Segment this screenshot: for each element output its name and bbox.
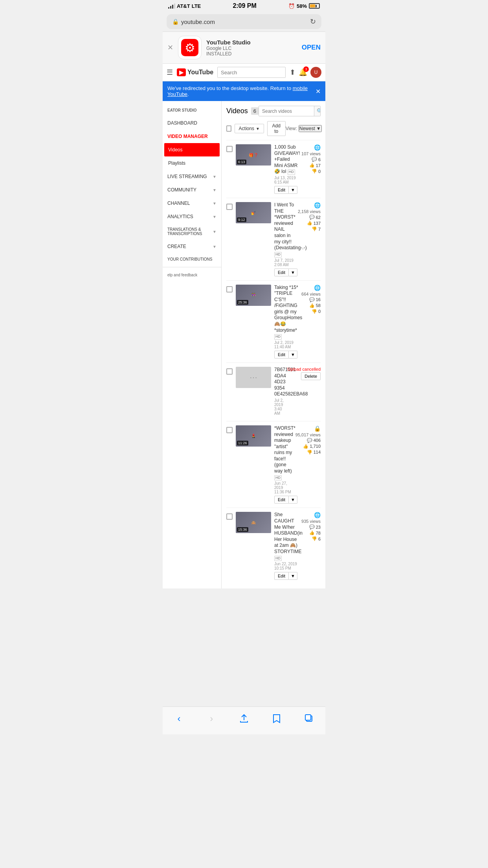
app-icon: ⚙ [178,36,202,59]
select-all-checkbox[interactable] [226,125,231,132]
svg-rect-1 [305,715,311,720]
video-checkbox[interactable] [226,368,233,375]
back-button[interactable]: ‹ [169,711,189,726]
video-title: Taking *15* "TRIPLE C'S"!! /FiGHTiNG gir… [274,285,298,340]
duration-badge: 9:12 [237,217,246,222]
comment-count: 406 [314,438,321,443]
video-date: Jun 22, 2019 10:15 PM [274,562,298,570]
sidebar-item-create[interactable]: CREATE ▼ [163,240,221,253]
search-videos-input[interactable] [259,107,314,116]
hamburger-menu-icon[interactable]: ☰ [167,68,173,77]
table-row: ⋯ 7B671591 4DA4 4D23 9354 0E42582EBA68 J… [226,362,321,421]
edit-dropdown-button[interactable]: ▼ [289,186,297,194]
sidebar-item-community[interactable]: COMMUNITY ▼ [163,183,221,197]
open-app-button[interactable]: OPEN [302,44,321,51]
edit-button[interactable]: Edit [274,496,289,504]
view-sort: View: Newest ▼ [286,125,322,132]
edit-dropdown-button[interactable]: ▼ [289,268,297,276]
thumbs-down-icon: 👎 [312,309,317,314]
youtube-logo[interactable]: ▶ YouTube [177,68,213,76]
forward-button[interactable]: › [202,711,221,726]
thumbs-up-icon: 👍 [309,303,315,308]
sidebar-item-live-streaming[interactable]: LIVE STREAMING ▼ [163,170,221,183]
like-count: 78 [316,531,321,535]
video-checkbox[interactable] [226,286,233,292]
visibility-icon: 🌐 [314,512,321,518]
url-text: youtube.com [181,18,215,25]
dislike-count: 7 [318,227,321,232]
delete-button[interactable]: Delete [301,372,321,380]
sidebar-item-videos[interactable]: Videos [164,143,220,156]
search-videos-icon[interactable]: 🔍 [314,106,321,116]
video-info: She CAUGHT Me W/her HUSBAND(in Her House… [274,512,298,580]
video-title: 1,000 Sub GIVEAWAY! +Failed Mini ASMR 🤣 … [274,144,298,175]
video-date: Jul 2, 2019 3:40 AM [274,398,284,416]
carrier-label: AT&T [177,3,190,9]
comment-stat: 💬 6 [312,157,321,162]
edit-row: Edit ▼ [274,496,292,504]
edit-button[interactable]: Edit [274,351,289,359]
comment-count: 62 [316,215,321,220]
sidebar-item-analytics[interactable]: ANALYTICS ▼ [163,210,221,223]
sidebar-item-playlists[interactable]: Playlists [163,156,221,170]
thumbs-up-icon: 👍 [303,444,308,449]
video-stats: Upload cancelled Delete [288,367,321,380]
video-info: 7B671591 4DA4 4D23 9354 0E42582EBA68 Jul… [274,367,284,417]
close-banner-button[interactable]: ✕ [167,43,173,52]
video-thumbnail-wrap: 💅 9:12 [236,202,271,223]
url-display: 🔒 youtube.com [172,18,215,25]
sidebar-item-feedback[interactable]: elp and feedback [163,269,221,281]
search-input[interactable] [218,68,286,77]
sidebar-item-channel[interactable]: CHANNEL ▼ [163,197,221,210]
main-content: EATOR STUDIO DASHBOARD VIDEO MANAGER Vid… [163,101,325,588]
edit-button[interactable]: Edit [274,572,289,580]
videos-title: Videos 6 [226,107,259,115]
notifications-icon[interactable]: 🔔 3 [299,68,307,77]
sort-newest-button[interactable]: Newest ▼ [299,125,322,132]
search-bar[interactable]: 🔍 [217,67,286,78]
edit-button[interactable]: Edit [274,268,289,276]
sidebar-item-contributions[interactable]: YOUR CONTRIBUTIONS [163,253,221,265]
sidebar-item-translations[interactable]: TRANSLATIONS & TRANSCRIPTIONS ▼ [163,223,221,240]
sidebar: EATOR STUDIO DASHBOARD VIDEO MANAGER Vid… [163,101,222,588]
battery-percent: 58% [297,3,307,9]
sidebar-item-dashboard[interactable]: DASHBOARD [163,116,221,130]
comment-stat: 💬 406 [307,438,321,443]
sort-dropdown-icon: ▼ [316,126,321,131]
video-checkbox[interactable] [226,427,233,433]
actions-button[interactable]: Actions ▼ [235,124,264,133]
youtube-header: ☰ ▶ YouTube 🔍 ⬆ 🔔 3 U [163,64,325,81]
chevron-icon: ▼ [213,230,216,234]
edit-row: Edit ▼ [274,572,298,580]
user-avatar[interactable]: U [310,67,321,78]
edit-dropdown-button[interactable]: ▼ [289,572,297,580]
comment-icon: 💬 [312,157,317,162]
share-button[interactable] [234,711,254,726]
edit-button[interactable]: Edit [274,186,289,194]
add-to-button[interactable]: Add to [267,121,286,136]
youtube-logo-text: YouTube [187,69,213,76]
video-checkbox[interactable] [226,513,233,520]
comment-stat: 💬 23 [309,524,321,530]
url-bar[interactable]: 🔒 youtube.com ↻ [167,14,321,29]
upload-icon[interactable]: ⬆ [290,68,295,77]
sidebar-item-video-manager[interactable]: VIDEO MANAGER [163,130,221,143]
bookmark-button[interactable] [267,711,286,726]
edit-dropdown-button[interactable]: ▼ [289,351,297,359]
video-thumbnail-wrap: ⋯ [236,367,271,388]
dislike-stat: 👎 0 [312,169,321,174]
refresh-icon[interactable]: ↻ [310,17,316,26]
search-videos-box[interactable]: 🔍 [259,106,321,116]
redirect-close-button[interactable]: ✕ [316,88,321,95]
video-checkbox[interactable] [226,204,233,210]
video-thumbnail-wrap: 👭 25:36 [236,285,271,306]
video-title: I Went To THE *WORST* reviewed NAIL salo… [274,202,295,257]
page-spacer [163,588,325,706]
chevron-icon: ▼ [213,245,216,249]
thumbs-down-icon: 👎 [312,169,317,174]
video-checkbox[interactable] [226,146,233,152]
tabs-button[interactable] [299,711,319,726]
edit-dropdown-button[interactable]: ▼ [289,496,297,504]
network-label: LTE [192,3,201,9]
duration-badge: 25:36 [237,300,248,305]
